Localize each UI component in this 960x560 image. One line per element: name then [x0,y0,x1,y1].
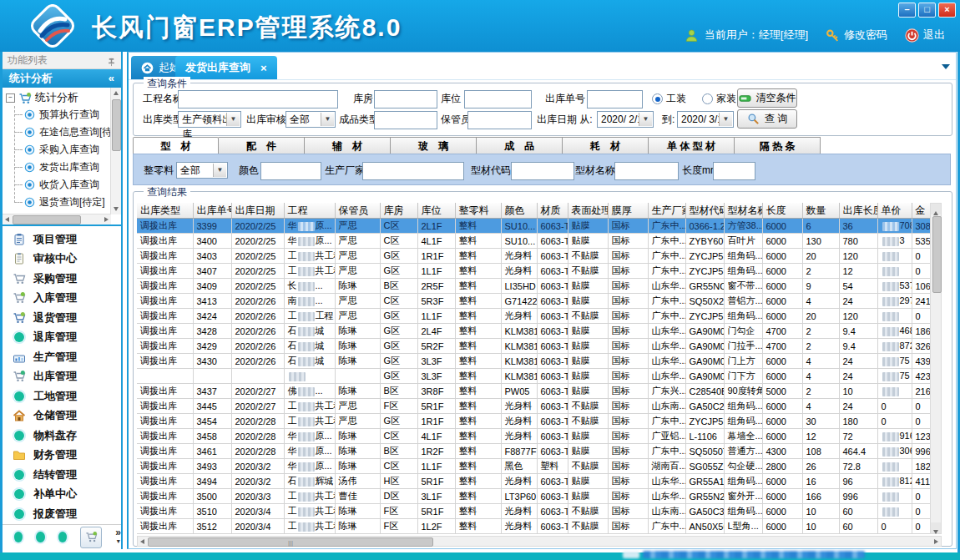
column-header[interactable]: 型材名称 [724,203,762,219]
table-row[interactable]: G区3L3F整料KLM38176063-T5贴膜国标山东华...GA90M09.… [137,369,930,384]
tree-horizontal-scrollbar[interactable] [3,214,111,225]
material-tab[interactable]: 辅 材 [305,137,391,154]
search-button[interactable]: 查 询 [737,109,797,129]
tree-item[interactable]: 在途信息查询[待 [4,124,110,141]
column-header[interactable]: 库位 [417,203,455,219]
column-header[interactable]: 材质 [537,203,568,219]
table-row[interactable]: 调拨出库33992020/2/25华原...严思C区2L1F整料SU10...6… [137,219,930,234]
tree-item[interactable]: 预算执行查询 [4,106,110,124]
table-row[interactable]: 调拨出库34072020/2/25工共工程严思G区1L1F整料光身料6063-T… [137,264,930,279]
whole-piece-select[interactable]: 全部▼ [176,162,228,179]
sidebar-menu-item[interactable]: 入库管理 [3,289,121,309]
tree-item[interactable]: 退货查询[待定] [4,194,110,211]
sidebar-menu-item[interactable]: 报废管理 [3,504,121,524]
column-header[interactable]: 表面处理 [568,203,608,219]
sidebar-menu-item[interactable]: 出库管理 [3,367,121,387]
sidebar-menu-item[interactable]: 工地管理 [3,386,121,406]
column-header[interactable]: 出库类型 [137,203,193,219]
maker-input[interactable] [362,162,464,180]
column-header[interactable]: 出库日期 [231,203,284,219]
table-row[interactable]: 调拨出库34242020/2/26工工程严思G区1L1F整料光身料6063-T5… [137,309,930,324]
tree-expander-icon[interactable]: − [6,93,15,103]
maximize-button[interactable]: □ [918,3,936,18]
footer-cart-button[interactable] [80,527,102,548]
footer-dot-icon[interactable] [58,532,67,542]
scroll-right-icon[interactable] [934,539,938,544]
column-header[interactable]: 数量 [802,203,839,219]
material-tab[interactable]: 配 件 [219,137,305,154]
column-header[interactable]: 库房 [380,203,417,219]
table-vscroll-thumb[interactable] [932,216,942,293]
column-header[interactable]: 膜厚 [608,203,648,219]
tree-item[interactable]: 发货出库查询 [4,159,110,176]
column-header[interactable]: 颜色 [501,203,537,219]
tree-root[interactable]: − 统计分析 [4,89,110,106]
radio-workwear[interactable]: 工装 [652,92,686,106]
sidebar-menu-item[interactable]: 物料盘存 [3,426,121,446]
table-horizontal-scrollbar[interactable]: ||| [137,536,942,547]
column-header[interactable]: 长度 [762,203,802,219]
column-header[interactable]: 金 [912,203,930,219]
table-row[interactable]: 调拨出库35122020/3/4工共工程陈琳F区1L2F整料光身料6063-T5… [137,519,930,534]
project-name-input[interactable] [178,90,338,108]
column-header[interactable]: 整零料 [455,203,501,219]
material-tab[interactable]: 成 品 [477,137,563,154]
table-row[interactable]: 调拨出库34292020/2/26石城陈琳G区5R2F整料KLM38176063… [137,339,930,354]
table-vertical-scrollbar[interactable] [930,203,942,534]
table-row[interactable]: 调拨出库34612020/2/28华原...陈琳B区1R2F整料F8877FT6… [137,444,930,459]
tree-hscroll-thumb[interactable] [13,215,81,225]
change-password-button[interactable]: 修改密码 [826,28,887,43]
footer-dot-icon[interactable] [36,532,44,542]
column-header[interactable]: 出库单号 [193,203,231,219]
sidebar-menu-item[interactable]: 结转管理 [3,465,121,485]
column-header[interactable]: 型材代码 [685,203,724,219]
sidebar-menu-item[interactable]: 生产管理 [3,347,121,367]
material-tab[interactable]: 型 材 [133,137,219,154]
footer-expand-chevron[interactable]: » ▾ [115,529,121,545]
footer-dot-icon[interactable] [14,532,23,542]
clear-conditions-button[interactable]: 清空条件 [737,88,797,108]
material-tab[interactable]: 耗 材 [563,137,649,154]
color-input[interactable] [260,162,321,180]
table-row[interactable]: 调拨出库34032020/2/25工共工程严思G区1R1F整料光身料6063-T… [137,249,930,264]
warehouse-input[interactable] [374,90,437,108]
tree-item[interactable]: 采购入库查询 [4,141,110,159]
keeper-input[interactable] [467,111,532,129]
scroll-down-icon[interactable] [933,530,938,534]
table-row[interactable]: 调拨出库34452020/2/27工共工程严思F区5R1F整料光身料6063-T… [137,399,930,414]
sidebar-menu-item[interactable]: 项目管理 [3,230,121,250]
tab-shipment-query[interactable]: 发货出库查询 × [175,56,277,79]
sidebar-menu-item[interactable]: 退库管理 [3,328,121,348]
material-tab[interactable]: 隔 热 条 [735,137,821,154]
order-no-input[interactable] [587,90,643,108]
material-tab[interactable]: 玻 璃 [391,137,477,154]
location-input[interactable] [464,90,532,108]
sidebar-menu-item[interactable]: 退货管理 [3,308,121,328]
table-row[interactable]: 调拨出库34302020/2/26石城陈琳G区3L3F整料KLM38176063… [137,354,930,369]
column-header[interactable]: 工程 [284,203,335,219]
close-button[interactable]: × [938,3,956,18]
table-row[interactable]: 调拨出库34582020/2/28华原...陈琳C区4L1F整料光身料6063-… [137,429,930,444]
table-row[interactable]: 调拨出库34092020/2/25长...陈琳B区2R5F整料LI35HD606… [137,279,930,294]
scroll-up-icon[interactable] [933,211,938,215]
table-row[interactable]: 调拨出库34002020/2/25华原...严思C区4L1F整料SU10...6… [137,234,930,249]
collapse-icon[interactable]: « [109,69,114,88]
table-hscroll-thumb[interactable]: ||| [148,537,433,547]
table-row[interactable]: 调拨出库34542020/2/28工共工程严思G区1R1F整料光身料6063-T… [137,414,930,429]
tree-item[interactable]: 收货入库查询 [4,176,110,194]
sidebar-menu-item[interactable]: 仓储管理 [3,406,121,426]
sidebar-menu-item[interactable]: 财务管理 [3,446,121,466]
tree-vertical-scrollbar[interactable] [110,88,121,214]
scroll-left-icon[interactable] [140,539,144,544]
radio-homewear[interactable]: 家装 [702,92,736,106]
table-row[interactable]: 调拨出库34132020/2/26南...严思C区5R3F整料G71422606… [137,294,930,309]
out-type-select[interactable]: 生产领料出库▼ [178,111,241,128]
date-to-picker[interactable]: 2020/ 3/16▼ [677,111,734,128]
scroll-down-icon[interactable] [114,207,119,211]
sidebar-menu-item[interactable]: 补单中心 [3,485,121,505]
tree-vscroll-thumb[interactable] [112,99,121,151]
scroll-left-icon[interactable] [5,217,9,222]
material-tab[interactable]: 单 体 型 材 [649,137,735,154]
table-row[interactable]: 调拨出库34282020/2/26石城陈琳G区2L4F整料KLM38176063… [137,324,930,339]
column-header[interactable]: 保管员 [335,203,380,219]
